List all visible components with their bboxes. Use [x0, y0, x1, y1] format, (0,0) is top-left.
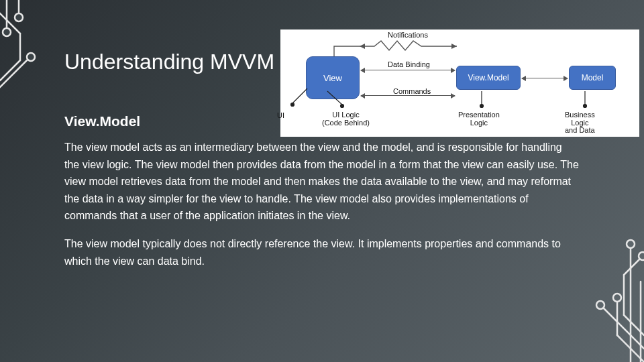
svg-point-26: [341, 105, 344, 108]
svg-line-23: [292, 88, 307, 103]
diagram-notifications-label: Notifications: [388, 31, 428, 39]
diagram-business-label: Business Logic and Data: [565, 111, 595, 135]
body-paragraph-1: The view model acts as an intermediary b…: [64, 139, 580, 225]
diagram-presentation-label: Presentation Logic: [458, 111, 500, 127]
body-paragraph-2: The view model typically does not direct…: [64, 235, 580, 269]
diagram-databinding-label: Data Binding: [388, 60, 430, 68]
diagram-uilogic-label: UI Logic (Code Behind): [322, 111, 370, 127]
diagram-databinding-arrow: [361, 70, 455, 70]
svg-point-24: [291, 103, 294, 107]
svg-marker-22: [451, 44, 457, 49]
slide: Understanding MVVM View View.Model Model: [0, 0, 644, 362]
svg-line-25: [327, 91, 342, 105]
diagram-notifications-bend: [327, 40, 361, 60]
diagram-notifications-arrow: [360, 40, 457, 52]
svg-point-28: [480, 105, 484, 108]
svg-point-30: [584, 105, 587, 108]
diagram-ui-label: UI: [277, 111, 284, 119]
mvvm-diagram: View View.Model Model Notifications Data…: [280, 29, 639, 137]
